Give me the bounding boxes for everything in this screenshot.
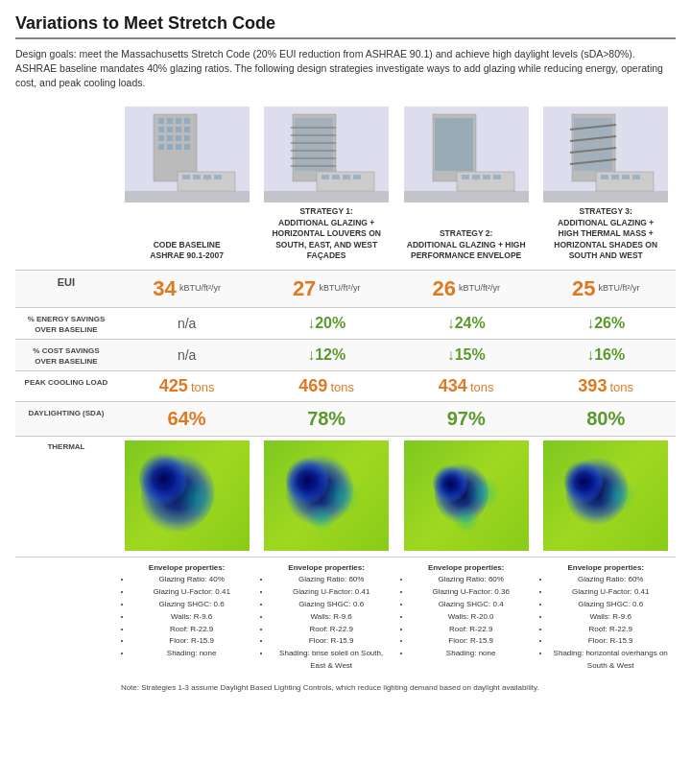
- note-text: Note: Strategies 1-3 assume Daylight Bas…: [117, 677, 676, 698]
- envelope-item: Floor: R-15.9: [550, 635, 671, 648]
- building-img-baseline: [125, 107, 250, 202]
- label-empty: [15, 103, 117, 206]
- svg-rect-15: [167, 144, 173, 150]
- envelope-item: Walls: R-9.6: [271, 611, 392, 624]
- envelope-list-strategy1: Glazing Ratio: 60%Glazing U-Factor: 0.41…: [271, 574, 392, 672]
- envelope-item: Roof: R-22.9: [411, 624, 532, 636]
- envelope-item: Walls: R-9.6: [131, 611, 252, 624]
- building-img-strategy2: [404, 107, 529, 202]
- svg-rect-64: [493, 175, 501, 179]
- svg-rect-17: [184, 144, 190, 150]
- svg-rect-63: [483, 175, 490, 179]
- svg-rect-16: [176, 144, 181, 150]
- svg-rect-87: [543, 191, 668, 202]
- thermal-img-strategy1: [256, 437, 396, 558]
- envelope-item: Floor: R-15.9: [411, 635, 532, 648]
- energy-savings-row: % ENERGY SAVINGS OVER BASELINE n/a ↓20% …: [15, 307, 676, 339]
- building-img-strategy3: [543, 107, 668, 202]
- cost-savings-strategy2: ↓15%: [396, 340, 536, 371]
- svg-rect-19: [182, 175, 190, 179]
- svg-rect-6: [158, 127, 164, 132]
- daylighting-strategy1: 78%: [256, 402, 396, 437]
- envelope-strategy3: Envelope properties: Glazing Ratio: 60%G…: [536, 558, 676, 677]
- svg-rect-13: [184, 135, 190, 141]
- eui-row: EUI 34 kBTU/ft²/yr 27 kBTU/ft²/yr 26 kBT…: [15, 270, 676, 307]
- envelope-item: Glazing Ratio: 60%: [411, 574, 532, 586]
- svg-rect-23: [125, 191, 250, 202]
- envelope-item: Roof: R-22.9: [271, 624, 392, 636]
- thermal-img-strategy2: [396, 437, 536, 558]
- label-empty4: [15, 677, 117, 698]
- energy-savings-baseline: n/a: [117, 307, 257, 339]
- envelope-item: Walls: R-9.6: [550, 611, 671, 624]
- page-container: Variations to Meet Stretch Code Design g…: [0, 0, 691, 706]
- envelope-item: Glazing Ratio: 60%: [550, 574, 671, 586]
- envelope-item: Glazing U-Factor: 0.36: [411, 586, 532, 599]
- svg-rect-65: [404, 191, 529, 202]
- envelope-item: Shading: none: [411, 648, 532, 660]
- envelope-item: Glazing U-Factor: 0.41: [271, 586, 392, 599]
- note-row: Note: Strategies 1-3 assume Daylight Bas…: [15, 677, 676, 698]
- peak-cooling-label: PEAK COOLING LOAD: [15, 371, 117, 402]
- building-img-strategy1: [264, 107, 389, 202]
- svg-rect-85: [622, 175, 630, 179]
- energy-savings-strategy2: ↓24%: [396, 307, 536, 339]
- svg-rect-44: [332, 175, 340, 179]
- svg-rect-2: [158, 118, 164, 124]
- envelope-item: Floor: R-15.9: [271, 635, 392, 648]
- envelope-strategy1: Envelope properties: Glazing Ratio: 60%G…: [256, 558, 396, 677]
- envelope-item: Roof: R-22.9: [131, 624, 252, 636]
- svg-rect-47: [264, 191, 389, 202]
- svg-rect-20: [193, 175, 201, 179]
- eui-strategy3: 25 kBTU/ft²/yr: [536, 270, 676, 307]
- svg-rect-43: [322, 175, 329, 179]
- main-grid: CODE BASELINE ASHRAE 90.1-2007 STRATEGY …: [15, 103, 676, 698]
- envelope-item: Roof: R-22.9: [550, 624, 671, 636]
- building-strategy1: [256, 103, 396, 206]
- svg-rect-84: [611, 175, 619, 179]
- energy-savings-strategy3: ↓26%: [536, 307, 676, 339]
- svg-rect-61: [462, 175, 469, 179]
- cost-savings-strategy3: ↓16%: [536, 340, 676, 371]
- svg-rect-83: [601, 175, 608, 179]
- eui-strategy2: 26 kBTU/ft²/yr: [396, 270, 536, 307]
- label-strategy1: STRATEGY 1: Additional Glazing + Horizon…: [256, 206, 396, 271]
- peak-cooling-strategy1: 469 tons: [256, 371, 396, 402]
- envelope-row: Envelope properties: Glazing Ratio: 40%G…: [15, 558, 676, 677]
- svg-rect-45: [343, 175, 350, 179]
- peak-cooling-baseline: 425 tons: [117, 371, 257, 402]
- page-title: Variations to Meet Stretch Code: [15, 13, 676, 39]
- envelope-item: Shading: brise soleil on South, East & W…: [271, 648, 392, 673]
- svg-rect-8: [176, 127, 181, 132]
- envelope-item: Glazing U-Factor: 0.41: [550, 586, 671, 599]
- envelope-item: Glazing SHGC: 0.6: [550, 599, 671, 611]
- svg-rect-3: [167, 118, 173, 124]
- envelope-strategy2: Envelope properties: Glazing Ratio: 60%G…: [396, 558, 536, 677]
- svg-rect-9: [184, 127, 190, 132]
- label-strategy2: STRATEGY 2: Additional Glazing + High Pe…: [396, 206, 536, 271]
- label-baseline: CODE BASELINE ASHRAE 90.1-2007: [117, 206, 257, 271]
- cost-savings-row: % COST SAVINGS OVER BASELINE n/a ↓12% ↓1…: [15, 340, 676, 371]
- energy-savings-strategy1: ↓20%: [256, 307, 396, 339]
- daylighting-baseline: 64%: [117, 402, 257, 437]
- eui-strategy1: 27 kBTU/ft²/yr: [256, 270, 396, 307]
- energy-savings-label: % ENERGY SAVINGS OVER BASELINE: [15, 307, 117, 339]
- peak-cooling-strategy3: 393 tons: [536, 371, 676, 402]
- envelope-list-strategy3: Glazing Ratio: 60%Glazing U-Factor: 0.41…: [550, 574, 671, 672]
- eui-baseline: 34 kBTU/ft²/yr: [117, 270, 257, 307]
- daylighting-row: DAYLIGHTING (sDA) 64% 78% 97% 80%: [15, 402, 676, 437]
- peak-cooling-strategy2: 434 tons: [396, 371, 536, 402]
- svg-rect-86: [632, 175, 640, 179]
- svg-rect-11: [167, 135, 173, 141]
- svg-rect-12: [176, 135, 181, 141]
- svg-rect-21: [203, 175, 211, 179]
- envelope-item: Glazing Ratio: 40%: [131, 574, 252, 586]
- label-empty2: [15, 206, 117, 271]
- envelope-list-baseline: Glazing Ratio: 40%Glazing U-Factor: 0.41…: [131, 574, 252, 660]
- building-baseline: [117, 103, 257, 206]
- daylighting-strategy3: 80%: [536, 402, 676, 437]
- svg-rect-4: [176, 118, 181, 124]
- building-strategy3: [536, 103, 676, 206]
- svg-rect-46: [353, 175, 361, 179]
- svg-rect-14: [158, 144, 164, 150]
